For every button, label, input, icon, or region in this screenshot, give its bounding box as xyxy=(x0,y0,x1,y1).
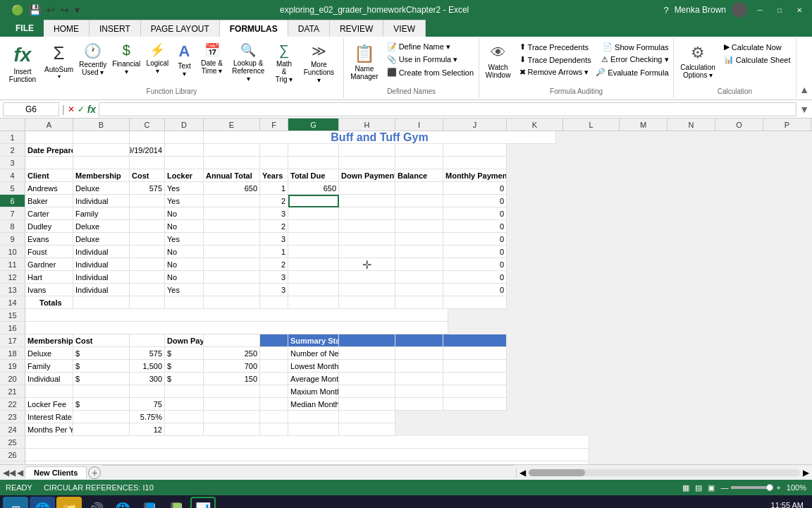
cell-b12[interactable]: Individual xyxy=(73,271,130,284)
cell-a2[interactable]: Date Prepared: xyxy=(25,144,73,157)
insert-function-button[interactable]: fx InsertFunction xyxy=(4,41,41,86)
tab-file[interactable]: FILE xyxy=(6,20,44,37)
cell-e4[interactable]: Annual Total xyxy=(204,169,260,182)
cell-c24[interactable]: 12 xyxy=(130,423,165,436)
cell-b11[interactable]: Individual xyxy=(73,258,130,271)
cell-h24[interactable] xyxy=(339,423,395,436)
cell-h3[interactable] xyxy=(339,157,395,169)
financial-button[interactable]: $ Financial▾ xyxy=(110,41,142,77)
cell-a15[interactable] xyxy=(25,309,448,322)
cell-g22[interactable]: Median Monthly Payment xyxy=(288,398,339,411)
col-header-f[interactable]: F xyxy=(260,119,288,131)
cell-e14[interactable] xyxy=(204,296,260,309)
cell-c20[interactable]: 300 xyxy=(130,373,165,385)
tab-home[interactable]: HOME xyxy=(44,20,90,37)
col-header-i[interactable]: I xyxy=(395,119,443,131)
name-box[interactable]: G6 xyxy=(3,102,59,116)
excel-taskbar-button[interactable]: 📊 xyxy=(190,497,216,508)
col-header-o[interactable]: O xyxy=(715,119,763,131)
cell-a3[interactable] xyxy=(25,157,73,169)
cell-h19[interactable] xyxy=(339,360,395,373)
cell-c18[interactable]: 575 xyxy=(130,347,165,360)
cell-e8[interactable] xyxy=(204,220,260,233)
row-header-1[interactable]: 1 xyxy=(0,131,25,144)
cell-f9[interactable]: 3 xyxy=(260,233,288,246)
view-page-break-btn[interactable]: ▣ xyxy=(708,483,715,492)
row-header-18[interactable]: 18 xyxy=(0,347,25,360)
nav-prev[interactable]: ◀ xyxy=(17,468,23,478)
cell-g24[interactable] xyxy=(288,423,339,436)
cell-a22[interactable]: Locker Fee xyxy=(25,398,73,411)
col-header-k[interactable]: K xyxy=(507,119,563,131)
cell-g8[interactable] xyxy=(288,220,339,233)
col-header-d[interactable]: D xyxy=(165,119,204,131)
tab-data[interactable]: DATA xyxy=(288,20,330,37)
cell-h14[interactable] xyxy=(339,296,395,309)
save-btn[interactable]: 💾 xyxy=(27,3,42,17)
cell-h23[interactable] xyxy=(339,411,395,423)
cell-c13[interactable] xyxy=(130,284,165,296)
calculate-sheet-button[interactable]: 📊 Calculate Sheet xyxy=(721,54,794,66)
row-header-21[interactable]: 21 xyxy=(0,385,25,398)
text-button[interactable]: A Text ▾ xyxy=(173,41,197,79)
row-header-11[interactable]: 11 xyxy=(0,258,25,271)
cell-j3[interactable] xyxy=(443,157,507,169)
cell-e10[interactable] xyxy=(204,246,260,258)
cell-a11[interactable]: Gardner xyxy=(25,258,73,271)
cell-j10[interactable]: 0 xyxy=(443,246,507,258)
formula-input[interactable] xyxy=(99,102,796,116)
cell-b1[interactable] xyxy=(73,131,130,144)
row-header-15[interactable]: 15 xyxy=(0,309,25,322)
cell-j11[interactable]: 0 xyxy=(443,258,507,271)
cell-h20[interactable] xyxy=(339,373,395,385)
col-header-c[interactable]: C xyxy=(130,119,165,131)
cell-e1[interactable]: Buff and Tuff Gym xyxy=(204,131,556,144)
cell-j4[interactable]: Monthly Payment xyxy=(443,169,507,182)
close-btn[interactable]: ✕ xyxy=(792,3,806,17)
col-header-l[interactable]: L xyxy=(563,119,620,131)
cell-f6[interactable]: 2 xyxy=(260,195,288,207)
cell-h18[interactable] xyxy=(339,347,395,360)
cell-j12[interactable]: 0 xyxy=(443,271,507,284)
row-header-26[interactable]: 26 xyxy=(0,449,25,461)
row-header-17[interactable]: 17 xyxy=(0,334,25,347)
cell-d21[interactable] xyxy=(165,385,204,398)
cell-e19[interactable]: 700 xyxy=(204,360,260,373)
col-header-p[interactable]: P xyxy=(763,119,811,131)
cell-b9[interactable]: Deluxe xyxy=(73,233,130,246)
cell-h13[interactable] xyxy=(339,284,395,296)
cell-j19[interactable] xyxy=(443,360,507,373)
minimize-btn[interactable]: ─ xyxy=(753,3,767,17)
cell-h9[interactable] xyxy=(339,233,395,246)
cell-j17[interactable] xyxy=(443,334,507,347)
cell-g19[interactable]: Lowest Monthly Payment xyxy=(288,360,339,373)
sheet-nav-arrows[interactable]: ◀◀ ◀ xyxy=(3,468,23,478)
scroll-left-btn[interactable]: ◀ xyxy=(517,468,529,478)
cell-f14[interactable] xyxy=(260,296,288,309)
cancel-formula-btn[interactable]: ✕ xyxy=(68,104,75,114)
cell-f19[interactable] xyxy=(260,360,288,373)
cell-g20[interactable]: Average Monthly Payment xyxy=(288,373,339,385)
cell-f17[interactable] xyxy=(260,334,288,347)
cell-d14[interactable] xyxy=(165,296,204,309)
cell-i3[interactable] xyxy=(395,157,443,169)
cell-c3[interactable] xyxy=(130,157,165,169)
row-header-2[interactable]: 2 xyxy=(0,144,25,157)
view-normal-btn[interactable]: ▦ xyxy=(682,483,689,492)
logical-button[interactable]: ⚡ Logical▾ xyxy=(144,41,171,76)
grid-container[interactable]: 1 Buff and Tuff Gym 2 Date Prepared: 9/1… xyxy=(0,131,812,464)
cell-a13[interactable]: Ivans xyxy=(25,284,73,296)
cell-c14[interactable] xyxy=(130,296,165,309)
media-button[interactable]: 🔊 xyxy=(83,497,109,508)
cell-c5[interactable]: 575 xyxy=(130,182,165,195)
col-header-b[interactable]: B xyxy=(73,119,130,131)
row-header-6[interactable]: 6 xyxy=(0,195,25,207)
cell-i19[interactable] xyxy=(395,360,443,373)
cell-f11[interactable]: 2 xyxy=(260,258,288,271)
row-header-22[interactable]: 22 xyxy=(0,398,25,411)
cell-b24[interactable] xyxy=(73,423,130,436)
cell-c6[interactable] xyxy=(130,195,165,207)
cell-d2[interactable] xyxy=(165,144,204,157)
cell-i13[interactable] xyxy=(395,284,443,296)
cell-e12[interactable] xyxy=(204,271,260,284)
